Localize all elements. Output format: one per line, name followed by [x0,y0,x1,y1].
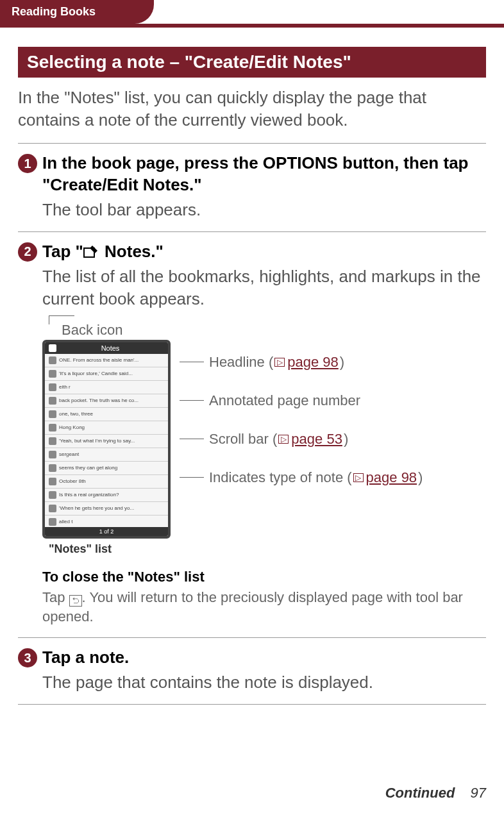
step-2-title-prefix: Tap " [42,242,83,261]
continued-label: Continued [385,785,455,801]
chapter-tab: Reading Books [0,0,154,24]
page-link-98[interactable]: page 98 [287,354,339,371]
step-2: 2 Tap " Notes." The list of all the book… [18,241,486,626]
link-icon: ▷ [274,358,285,367]
page-link-98b[interactable]: page 98 [366,469,417,486]
step-number-3: 3 [18,648,37,667]
close-title: To close the "Notes" list [42,569,486,585]
separator [18,231,486,232]
step-1-body: The tool bar appears. [42,199,486,221]
link-icon: ▷ [278,435,289,444]
notes-list-caption: "Notes" list [49,542,486,556]
step-3-title: Tap a note. [42,647,129,669]
page-number: 97 [471,785,486,801]
step-2-body: The list of all the bookmarks, highlight… [42,265,486,310]
separator [18,637,486,638]
step-3: 3 Tap a note. The page that contains the… [18,647,486,694]
back-icon [49,344,56,352]
callout-note-type: Indicates type of note ( ▷ page 98 ) [180,469,423,486]
close-notes-section: To close the "Notes" list Tap ⮌. You wil… [42,569,486,626]
notes-list-screenshot: Notes ONE. From across the aisle man'...… [42,340,171,539]
callout-scrollbar: Scroll bar ( ▷ page 53 ) [180,431,423,448]
back-icon-label: Back icon [62,322,486,339]
callout-headline: Headline ( ▷ page 98 ) [180,354,423,371]
page-link-53[interactable]: page 53 [291,431,342,448]
notes-icon [83,244,100,258]
page-footer: Continued 97 [385,785,486,801]
intro-text: In the "Notes" list, you can quickly dis… [18,87,486,131]
link-icon: ▷ [353,473,364,482]
close-icon: ⮌ [69,595,82,607]
step-1: 1 In the book page, press the OPTIONS bu… [18,153,486,221]
step-number-2: 2 [18,242,37,262]
chapter-title: Reading Books [12,5,96,18]
step-1-title: In the book page, press the OPTIONS butt… [42,153,486,196]
separator [18,143,486,144]
step-number-1: 1 [18,154,37,173]
callouts: Headline ( ▷ page 98 ) Annotated page nu… [180,340,423,486]
step-2-title: Tap " Notes." [42,241,164,263]
diagram-area: Back icon Notes ONE. From across the ais… [42,315,486,556]
shot-header: Notes [45,342,168,354]
separator [18,704,486,705]
step-2-title-suffix: Notes." [100,242,164,261]
shot-title: Notes [101,344,120,352]
step-3-body: The page that contains the note is displ… [42,671,486,694]
header-bar [0,24,504,28]
callout-annotated: Annotated page number [180,392,423,409]
section-title: Selecting a note – "Create/Edit Notes" [18,47,486,78]
close-body: Tap ⮌. You will return to the preciously… [42,588,486,626]
shot-footer: 1 of 2 [45,527,168,536]
